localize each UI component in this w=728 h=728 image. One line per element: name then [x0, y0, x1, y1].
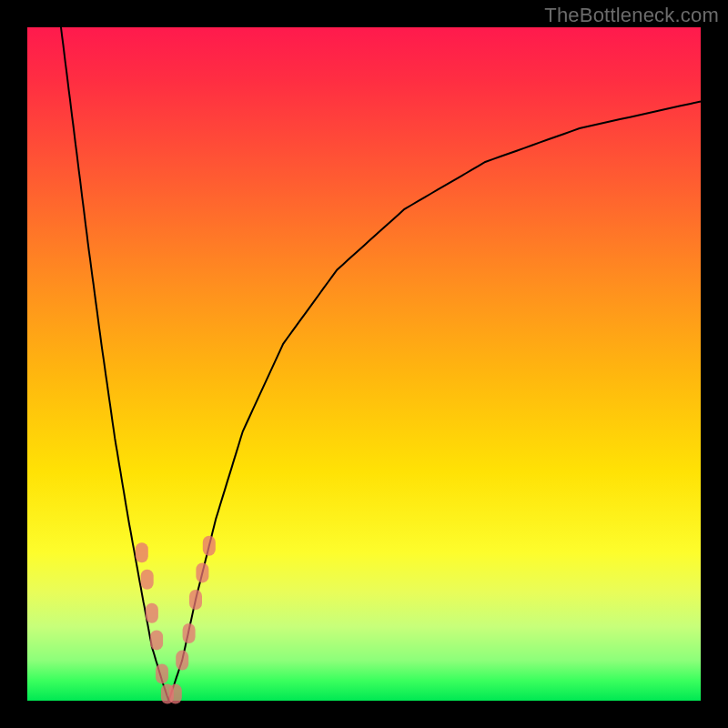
- data-point-6: [169, 684, 182, 704]
- data-point-1: [141, 570, 154, 590]
- curve-left-branch: [61, 27, 168, 701]
- watermark-text: TheBottleneck.com: [544, 4, 719, 27]
- chart-svg: [27, 27, 701, 701]
- data-point-3: [150, 630, 163, 650]
- data-point-0: [136, 542, 148, 562]
- curve-right-branch: [168, 101, 701, 701]
- data-point-2: [146, 603, 158, 623]
- data-point-11: [203, 536, 216, 556]
- data-point-7: [176, 651, 188, 671]
- plot-area: [27, 27, 701, 701]
- data-point-10: [196, 562, 208, 582]
- data-point-9: [189, 590, 202, 610]
- data-point-4: [156, 663, 168, 683]
- curves-group: [61, 27, 701, 701]
- chart-frame: TheBottleneck.com: [0, 0, 728, 728]
- data-point-8: [183, 623, 196, 643]
